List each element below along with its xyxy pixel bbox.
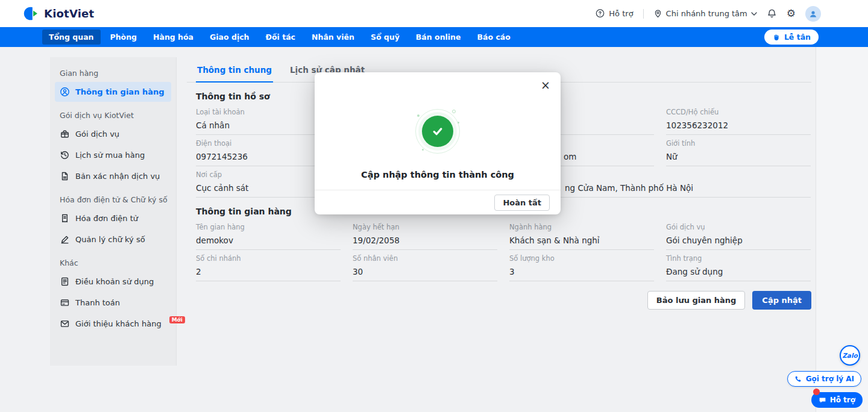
sidebar-item-label: Lịch sử mua hàng <box>75 151 145 160</box>
role-button[interactable]: Lễ tân <box>764 30 819 45</box>
logo[interactable]: KiotViet <box>23 5 94 22</box>
field-value: 102356232012 <box>666 120 811 131</box>
nav-tab-8[interactable]: Bán online <box>409 30 468 45</box>
sidebar-item-invoice[interactable]: Hóa đơn điện tử <box>55 208 171 228</box>
modal-body: Cập nhập thông tin thành công <box>315 72 561 179</box>
sidebar: Gian hàngThông tin gian hàngGói dịch vụ … <box>50 57 177 366</box>
field-value: 3 <box>509 267 654 277</box>
field-label: Ngành hàng <box>509 223 654 231</box>
location-pin-icon <box>653 9 662 18</box>
ai-button-label: Gọi trợ lý AI <box>806 375 854 383</box>
field-value: Khách sạn & Nhà nghỉ <box>509 236 654 246</box>
nav-tab-3[interactable]: Hàng hóa <box>146 30 200 45</box>
sidebar-section-title: Gian hàng <box>60 69 168 78</box>
field-value: 2 <box>196 267 341 277</box>
field: Ngày hết hạn19/02/2058 <box>353 219 497 250</box>
field: Số chi nhánh2 <box>196 250 341 281</box>
sidebar-item-label: Điều khoản sử dụng <box>75 277 154 286</box>
hand-icon <box>772 33 781 42</box>
sidebar-item-signature[interactable]: Quản lý chữ ký số <box>55 229 171 249</box>
package-icon <box>60 129 70 139</box>
field-value: Gói chuyên nghiệp <box>666 236 811 246</box>
chevron-down-icon <box>751 12 757 16</box>
sidebar-item-terms[interactable]: Điều khoản sử dụng <box>55 272 171 292</box>
sidebar-section-title: Khác <box>60 258 168 267</box>
doc-icon <box>60 171 70 181</box>
sidebar-item-person[interactable]: Thông tin gian hàng <box>55 82 171 102</box>
close-icon[interactable]: × <box>538 77 553 93</box>
field-label: Tình trạng <box>666 255 811 263</box>
logo-text: KiotViet <box>44 7 94 20</box>
nav-tab-2[interactable]: Phòng <box>104 30 144 45</box>
field: Ngành hàngKhách sạn & Nhà nghỉ <box>509 219 654 250</box>
kiotviet-logo-icon <box>23 5 39 22</box>
sidebar-item-label: Quản lý chữ ký số <box>75 235 145 244</box>
content-actions: Bảo lưu gian hàng Cập nhật <box>187 291 811 310</box>
field: Số lượng kho3 <box>509 250 654 281</box>
nav-tab-4[interactable]: Giao dịch <box>203 30 256 45</box>
mail-icon <box>60 319 70 329</box>
field: Gói dịch vụGói chuyên nghiệp <box>666 219 811 250</box>
sidebar-item-history[interactable]: Lịch sử mua hàng <box>55 145 171 165</box>
chat-question-icon <box>595 8 605 19</box>
field: CCCD/Hộ chiếu102356232012 <box>666 104 811 135</box>
nav-tab-7[interactable]: Sổ quỹ <box>364 30 406 45</box>
invoice-icon <box>60 213 70 223</box>
store-fields: Tên gian hàngdemokovNgày hết hạn19/02/20… <box>196 219 811 281</box>
content-tab-1[interactable]: Thông tin chung <box>196 57 273 82</box>
field: Giới tínhNữ <box>666 135 811 166</box>
nav-tab-5[interactable]: Đối tác <box>259 30 303 45</box>
field: Số nhân viên30 <box>353 250 497 281</box>
archive-store-button[interactable]: Bảo lưu gian hàng <box>647 291 746 310</box>
sidebar-item-label: Bản xác nhận dịch vụ <box>75 172 160 181</box>
field-label: Gói dịch vụ <box>666 223 811 231</box>
person-icon <box>60 87 70 97</box>
field-label: Giới tính <box>666 140 811 148</box>
gear-icon[interactable]: ⚙ <box>787 8 796 19</box>
support-button[interactable]: Hỗ trợ <box>811 392 863 408</box>
success-modal: × Cập nhập thông tin thành công Hoàn tất <box>315 72 561 214</box>
field-label: Ngày hết hạn <box>353 223 497 231</box>
nav-tab-6[interactable]: Nhân viên <box>305 30 361 45</box>
divider <box>643 9 644 19</box>
user-icon <box>808 9 818 19</box>
ai-assistant-button[interactable]: Gọi trợ lý AI <box>787 371 861 387</box>
main-nav: Tổng quanPhòngHàng hóaGiao dịchĐối tácNh… <box>0 27 868 47</box>
sidebar-section-title: Hóa đơn điện tử & Chữ ký số <box>60 195 168 204</box>
page: KiotViet Hỗ trợ Chi nhánh trung tâm ⚙ Tổ… <box>0 0 868 412</box>
branch-label: Chi nhánh trung tâm <box>666 9 747 18</box>
field-value: 30 <box>353 267 497 277</box>
sidebar-item-mail[interactable]: Giới thiệu khách hàngMới <box>55 314 171 334</box>
nav-tab-1[interactable]: Tổng quan <box>42 30 101 45</box>
avatar[interactable] <box>805 6 821 22</box>
new-badge: Mới <box>169 316 185 323</box>
field-label: Số lượng kho <box>509 255 654 263</box>
help-label: Hỗ trợ <box>609 9 633 18</box>
role-button-label: Lễ tân <box>784 33 811 42</box>
sidebar-item-package[interactable]: Gói dịch vụ <box>55 124 171 144</box>
modal-footer: Hoàn tất <box>315 190 561 214</box>
field-label: CCCD/Hộ chiếu <box>666 108 811 116</box>
field-label: Số nhân viên <box>353 255 497 263</box>
sidebar-item-label: Giới thiệu khách hàng <box>75 319 162 328</box>
nav-tab-9[interactable]: Báo cáo <box>470 30 517 45</box>
sidebar-item-label: Thanh toán <box>75 298 120 307</box>
sidebar-item-card[interactable]: Thanh toán <box>55 293 171 313</box>
field-value: demokov <box>196 236 341 246</box>
support-button-label: Hỗ trợ <box>830 396 855 404</box>
terms-icon <box>60 276 70 287</box>
help-menu[interactable]: Hỗ trợ <box>595 8 633 19</box>
branch-selector[interactable]: Chi nhánh trung tâm <box>653 9 757 18</box>
sidebar-item-doc[interactable]: Bản xác nhận dịch vụ <box>55 166 171 186</box>
zalo-button[interactable]: Zalo <box>840 345 860 366</box>
field-label: Tên gian hàng <box>196 223 341 231</box>
chat-icon <box>819 396 826 404</box>
done-button[interactable]: Hoàn tất <box>494 195 550 211</box>
nav-tabs: Tổng quanPhòngHàng hóaGiao dịchĐối tácNh… <box>42 30 517 45</box>
field: Tên gian hàngdemokov <box>196 219 341 250</box>
update-button[interactable]: Cập nhật <box>752 291 811 310</box>
sidebar-item-label: Hóa đơn điện tử <box>75 214 138 223</box>
bell-icon[interactable] <box>767 8 777 19</box>
phone-icon <box>794 375 802 383</box>
field-label: Số chi nhánh <box>196 255 341 263</box>
